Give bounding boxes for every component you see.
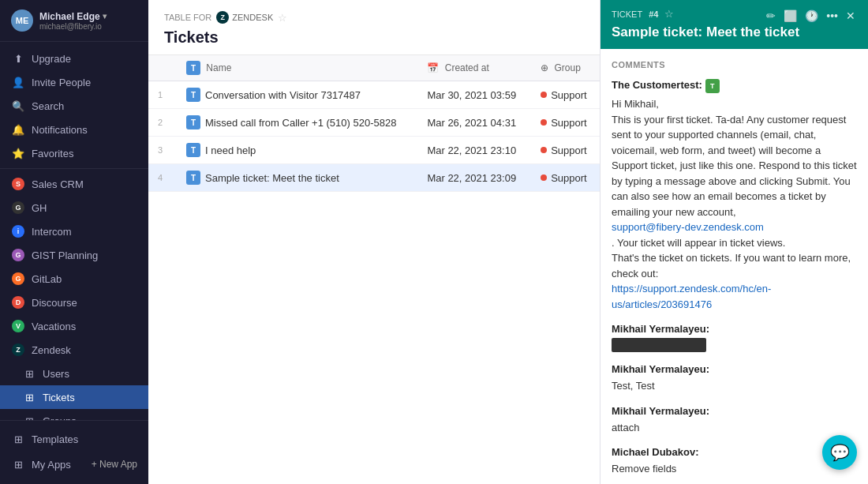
comment-text: Test, Test: [612, 378, 857, 394]
page-title-row: Tickets: [164, 28, 584, 47]
row-group: Support: [531, 109, 600, 137]
search-icon: 🔍: [11, 99, 25, 113]
sidebar-item-salescrm[interactable]: S Sales CRM: [0, 172, 148, 196]
row-name: T Conversation with Visitor 7317487: [177, 81, 417, 109]
row-group: Support: [531, 137, 600, 164]
upgrade-icon: ⬆: [11, 51, 25, 66]
sidebar-item-favorites[interactable]: ⭐ Favorites: [0, 141, 148, 165]
comment-block: Mikhail Yermalayeu:attach: [612, 405, 857, 436]
sidebar-nav: ⬆ Upgrade 👤 Invite People 🔍 Search 🔔 Not…: [0, 42, 148, 420]
sidebar-item-gist[interactable]: G GIST Planning: [0, 243, 148, 267]
row-name: T I need help: [177, 137, 417, 164]
main-header: TABLE FOR Z ZENDESK ☆ Tickets: [148, 0, 600, 55]
comment-link[interactable]: https://support.zendesk.com/hc/en-us/art…: [612, 283, 771, 310]
calendar-icon: 📅: [427, 62, 439, 73]
zendesk-icon: Z: [12, 343, 24, 356]
col-group[interactable]: ⊕ Group: [531, 55, 600, 81]
comment-link[interactable]: support@fibery-dev.zendesk.com: [612, 221, 764, 233]
user-profile[interactable]: ME Michael Edge ▾ michael@fibery.io: [0, 0, 148, 42]
row-group: Support: [531, 81, 600, 109]
table-row[interactable]: 4 T Sample ticket: Meet the ticket Mar 2…: [148, 164, 600, 192]
sidebar-item-intercom[interactable]: i Intercom: [0, 219, 148, 243]
comment-author: Mikhail Yermalayeu:: [612, 405, 857, 417]
edit-button[interactable]: ✏: [765, 8, 777, 24]
grid-icon: ⊞: [22, 366, 36, 381]
sidebar-item-notifications[interactable]: 🔔 Notifications: [0, 118, 148, 141]
invite-icon: 👤: [11, 75, 25, 89]
sidebar-item-search[interactable]: 🔍 Search: [0, 94, 148, 118]
sidebar-item-users[interactable]: ⊞ Users: [0, 362, 148, 385]
sidebar-item-invite[interactable]: 👤 Invite People: [0, 70, 148, 94]
comment-author: Mikhail Yermalayeu:: [612, 363, 857, 375]
comment-block: Mikhail Yermalayeu:Test, Test: [612, 363, 857, 394]
comment-text: attach: [612, 420, 857, 436]
detail-panel: TICKET #4 ☆ ✏ ⬜ 🕐 ••• ✕ Sample ticket: M…: [600, 0, 868, 484]
comment-block: Michael Dubakov:Remove fields: [612, 446, 857, 477]
sidebar-item-upgrade[interactable]: ⬆ Upgrade: [0, 47, 148, 70]
row-number: 1: [148, 81, 177, 109]
table-row[interactable]: 2 T Missed call from Caller +1 (510) 520…: [148, 109, 600, 137]
comments-label: COMMENTS: [612, 60, 857, 69]
more-button[interactable]: •••: [825, 8, 840, 24]
zendesk-brand-icon: Z: [216, 11, 229, 24]
salescrm-icon: S: [12, 178, 24, 190]
grid-icon-tickets: ⊞: [22, 390, 36, 404]
close-button[interactable]: ✕: [844, 8, 857, 24]
sidebar-item-tickets[interactable]: ⊞ Tickets: [0, 385, 148, 409]
row-number: 2: [148, 109, 177, 137]
new-app-button[interactable]: + New App: [92, 459, 137, 470]
star-icon: ⭐: [11, 146, 25, 160]
gitlab-icon: G: [12, 272, 24, 285]
fullscreen-button[interactable]: ⬜: [782, 8, 799, 24]
col-name[interactable]: T Name: [177, 55, 417, 81]
group-dot-icon: [541, 92, 547, 98]
comment-text: That's the ticket on tickets. If you wan…: [612, 250, 857, 281]
sidebar-item-gitlab[interactable]: G GitLab: [0, 267, 148, 291]
row-type-badge: T: [186, 88, 200, 102]
row-name: T Sample ticket: Meet the ticket: [177, 164, 417, 192]
panel-title: Sample ticket: Meet the ticket: [612, 24, 857, 41]
comment-block: Mikhail Yermalayeu:: [612, 323, 857, 352]
favorite-star-icon[interactable]: ☆: [278, 12, 287, 24]
chat-fab-button[interactable]: 💬: [822, 435, 857, 470]
caret-icon: ▾: [103, 12, 107, 21]
comment-image: [612, 338, 706, 352]
group-icon: ⊕: [541, 62, 548, 73]
table-row[interactable]: 1 T Conversation with Visitor 7317487 Ma…: [148, 81, 600, 109]
sidebar-item-myapps[interactable]: ⊞ My Apps: [11, 457, 92, 471]
sidebar-item-groups[interactable]: ⊞ Groups: [0, 409, 148, 420]
table-header-row: T Name 📅 Created at ⊕ Group: [148, 55, 600, 81]
sidebar-item-vacations[interactable]: V Vacations: [0, 314, 148, 338]
page-title: Tickets: [164, 28, 219, 47]
divider: [0, 168, 148, 169]
comment-block: The Customertest:THi Mikhail,This is you…: [612, 79, 857, 312]
group-dot-icon: [541, 147, 547, 153]
row-type-badge: T: [186, 115, 200, 129]
sidebar-item-discourse[interactable]: D Discourse: [0, 291, 148, 314]
bell-icon: 🔔: [11, 122, 25, 137]
sidebar-item-zendesk[interactable]: Z Zendesk: [0, 338, 148, 362]
name-col-icon: T: [186, 61, 200, 75]
sidebar-item-gh[interactable]: G GH: [0, 196, 148, 219]
history-button[interactable]: 🕐: [803, 8, 820, 24]
comment-text: Hi Mikhail,: [612, 96, 857, 112]
panel-body: COMMENTS The Customertest:THi Mikhail,Th…: [600, 49, 868, 484]
gist-icon: G: [12, 249, 24, 261]
zendesk-logo: Z ZENDESK: [216, 11, 273, 24]
tickets-table-container: T Name 📅 Created at ⊕ Group 1: [148, 55, 600, 484]
avatar: ME: [11, 9, 33, 32]
panel-star-icon[interactable]: ☆: [664, 8, 674, 20]
table-row[interactable]: 3 T I need help Mar 22, 2021 23:10 Suppo…: [148, 137, 600, 164]
row-type-badge: T: [186, 143, 200, 157]
group-dot-icon: [541, 119, 547, 126]
sidebar-item-templates[interactable]: ⊞ Templates: [0, 427, 148, 451]
sidebar-footer: ⊞ My Apps + New App: [0, 451, 148, 478]
templates-icon: ⊞: [11, 432, 25, 446]
vacations-icon: V: [12, 320, 24, 332]
intercom-icon: i: [12, 225, 24, 238]
col-created[interactable]: 📅 Created at: [417, 55, 531, 81]
row-number: 4: [148, 164, 177, 192]
tickets-table: T Name 📅 Created at ⊕ Group 1: [148, 55, 600, 192]
comment-text: This is your first ticket. Ta-da! Any cu…: [612, 112, 857, 220]
tickets-tbody: 1 T Conversation with Visitor 7317487 Ma…: [148, 81, 600, 192]
